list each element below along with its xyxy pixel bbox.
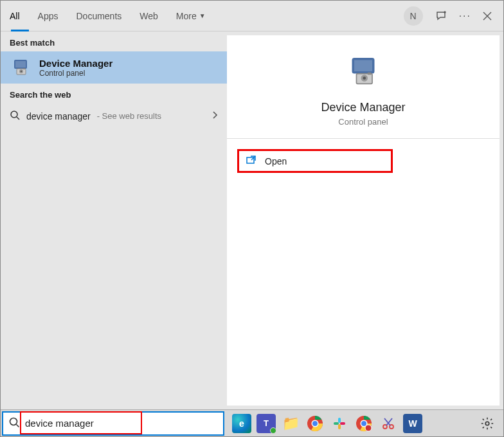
- best-match-item[interactable]: Device Manager Control panel: [1, 51, 227, 84]
- results-pane: Best match Device Manager Control panel: [1, 31, 227, 409]
- tab-active-indicator: [11, 30, 29, 31]
- detail-header: Device Manager Control panel: [227, 35, 500, 139]
- more-options-icon[interactable]: ···: [459, 10, 471, 22]
- web-result-row[interactable]: device manager - See web results: [1, 103, 227, 129]
- taskbar-settings-icon[interactable]: [478, 414, 497, 433]
- svg-point-12: [363, 76, 366, 80]
- chevron-down-icon: ▼: [199, 12, 206, 19]
- web-result-suffix: - See web results: [97, 111, 161, 121]
- taskbar-icons: e T 📁 W: [224, 414, 503, 433]
- taskbar-word-icon[interactable]: W: [403, 414, 422, 433]
- main-content: Best match Device Manager Control panel: [1, 31, 503, 409]
- taskbar-teams-icon[interactable]: T: [256, 414, 276, 433]
- tab-more[interactable]: More ▼: [167, 1, 215, 31]
- open-icon: [246, 155, 257, 167]
- tab-web[interactable]: Web: [130, 1, 167, 31]
- tab-bar: All Apps Documents Web More ▼ N ···: [1, 1, 503, 31]
- tab-apps[interactable]: Apps: [29, 1, 68, 31]
- open-label: Open: [265, 156, 287, 166]
- svg-rect-6: [23, 68, 25, 69]
- svg-point-25: [361, 421, 366, 426]
- svg-rect-13: [368, 73, 371, 75]
- best-match-title: Device Manager: [39, 58, 113, 69]
- best-match-header: Best match: [1, 31, 227, 51]
- search-icon: [10, 110, 20, 122]
- detail-pane: Device Manager Control panel Open: [227, 35, 500, 406]
- web-header: Search the web: [1, 84, 227, 103]
- device-manager-icon-large: [345, 53, 381, 89]
- taskbar: e T 📁 W: [1, 409, 503, 436]
- chevron-right-icon: [212, 111, 218, 121]
- taskbar-chrome-icon[interactable]: [305, 414, 325, 433]
- svg-rect-19: [338, 418, 341, 423]
- svg-point-0: [444, 12, 446, 13]
- device-manager-icon: [10, 57, 32, 78]
- svg-rect-2: [15, 61, 26, 67]
- detail-title: Device Manager: [321, 101, 405, 114]
- tab-web-label: Web: [140, 11, 158, 21]
- svg-point-7: [11, 111, 17, 118]
- tab-documents[interactable]: Documents: [67, 1, 130, 31]
- svg-point-26: [365, 425, 372, 431]
- user-avatar[interactable]: N: [404, 6, 423, 26]
- tab-all[interactable]: All: [1, 1, 29, 31]
- svg-point-18: [312, 421, 318, 426]
- detail-subtitle: Control panel: [338, 117, 388, 127]
- tab-apps-label: Apps: [38, 11, 59, 21]
- close-icon[interactable]: [483, 12, 492, 21]
- search-window: All Apps Documents Web More ▼ N ··· Best…: [0, 0, 504, 437]
- svg-point-15: [10, 418, 17, 425]
- search-box[interactable]: [2, 411, 224, 436]
- svg-rect-9: [354, 60, 372, 72]
- svg-rect-22: [340, 422, 345, 425]
- svg-rect-20: [334, 422, 339, 425]
- taskbar-edge-icon[interactable]: e: [232, 414, 251, 433]
- taskbar-slack-icon[interactable]: [330, 414, 349, 433]
- tab-all-label: All: [10, 11, 20, 21]
- search-icon: [8, 416, 20, 431]
- taskbar-file-explorer-icon[interactable]: 📁: [281, 414, 300, 433]
- svg-point-5: [21, 71, 22, 73]
- web-result-query: device manager: [26, 111, 91, 121]
- feedback-icon[interactable]: [435, 10, 447, 22]
- tab-documents-label: Documents: [76, 11, 122, 21]
- tab-more-label: More: [176, 11, 197, 21]
- taskbar-chrome-alt-icon[interactable]: [354, 414, 374, 433]
- best-match-subtitle: Control panel: [39, 69, 113, 78]
- svg-rect-21: [338, 424, 341, 429]
- svg-point-29: [485, 422, 489, 425]
- taskbar-snip-icon[interactable]: [379, 414, 398, 433]
- open-action[interactable]: Open: [237, 149, 393, 173]
- user-initial: N: [410, 11, 417, 21]
- search-input[interactable]: [25, 418, 218, 429]
